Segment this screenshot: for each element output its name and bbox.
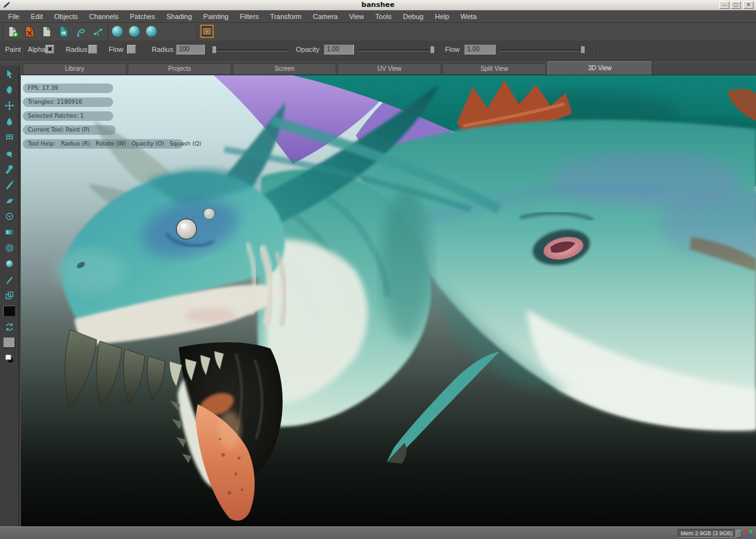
close-button[interactable]: ✕ [743,1,753,9]
default-colors-icon [4,353,15,364]
paintbar-separator [21,43,23,57]
menu-transform[interactable]: Transform [264,11,307,22]
smear-blob-icon [4,147,15,159]
memory-usage-field: Mem 2.9GB (3.9GB) [678,529,736,538]
tab-3d-view[interactable]: 3D View [547,61,652,75]
flow-checkbox[interactable] [127,45,136,54]
smear-tool-button[interactable] [0,145,18,161]
brush-preset-1-button[interactable] [112,26,123,37]
brush-preset-2-button[interactable] [129,26,140,37]
close-project-button[interactable] [23,25,37,39]
tab-projects[interactable]: Projects [128,63,231,74]
menu-camera[interactable]: Camera [307,11,343,22]
projection-toggle-button[interactable] [200,25,214,38]
menu-shading[interactable]: Shading [161,11,197,22]
hud-triangles: Triangles: 2180916 [23,97,113,107]
toolbar-grip [2,25,3,38]
application-window: banshee — ▢ ✕ File Edit Objects Channels… [0,0,756,539]
gradient-rect-icon [4,226,15,238]
flow-slider-handle[interactable] [580,46,585,54]
menu-view[interactable]: View [343,11,370,22]
tab-uv-view[interactable]: UV View [338,63,441,74]
graph-tool-icon [92,25,104,38]
menu-file[interactable]: File [3,11,25,22]
background-color-swatch[interactable] [3,337,15,348]
select-tool-button[interactable] [0,66,18,82]
hud-selected-patches: Selected Patches: 1 [23,111,113,121]
menu-painting[interactable]: Painting [198,11,235,22]
pin-tool-button[interactable] [0,161,18,177]
rings-tool-button[interactable] [0,240,18,256]
new-project-icon [6,25,19,38]
paint-stroke-tool-button[interactable] [0,177,18,192]
projection-icon [202,27,212,36]
active-tool-label: Paint [5,46,21,53]
slice-tool-button[interactable] [0,271,18,287]
flow-slider[interactable] [501,49,585,51]
menu-channels[interactable]: Channels [83,11,124,22]
tool-sidebar [0,66,20,526]
toolbar-separator [107,25,109,38]
radius-input[interactable]: 100 [176,44,205,54]
menu-tools[interactable]: Tools [370,11,398,22]
swap-colors-button[interactable] [0,319,18,335]
path-tool-icon [75,25,87,38]
concentric-rings-icon [4,242,15,254]
sphere-tool-button[interactable] [0,256,18,271]
pan-tool-button[interactable] [0,82,18,97]
save-project-button[interactable] [40,25,54,39]
foreground-color-swatch[interactable] [3,306,15,316]
tab-split-view[interactable]: Split View [442,63,546,74]
rgb-channels-icon[interactable] [744,529,753,538]
status-bar: Mem 2.9GB (3.9GB) [0,526,756,539]
brush-preset-3-button[interactable] [146,26,157,37]
menu-filters[interactable]: Filters [234,11,264,22]
new-project-button[interactable] [6,25,20,39]
export-button[interactable] [57,25,71,39]
radius-label: Radius [152,46,173,53]
default-colors-button[interactable] [0,350,18,366]
graph-tool-button[interactable] [91,25,105,39]
menu-bar: File Edit Objects Channels Patches Shadi… [0,10,756,23]
paint-property-bar: Paint Alpha ✖ Radius Flow Radius 100 Opa… [0,40,756,60]
swap-arrows-icon [4,321,15,333]
menu-patches[interactable]: Patches [124,11,161,22]
menu-debug[interactable]: Debug [398,11,429,22]
warp-grid-icon [4,132,15,143]
path-tool-button[interactable] [74,25,88,39]
viewport-3d[interactable]: FPS: 17.39 Triangles: 2180916 Selected P… [21,75,756,527]
save-project-icon [40,25,53,38]
move-arrows-icon [4,100,15,111]
tab-library[interactable]: Library [23,63,126,74]
title-bar: banshee — ▢ ✕ [0,0,756,11]
window-title: banshee [0,1,756,9]
move-tool-button[interactable] [0,97,18,113]
menu-objects[interactable]: Objects [49,11,83,22]
flow-toggle-label: Flow [109,46,123,53]
radius-slider-handle[interactable] [212,46,217,54]
drop-tool-button[interactable] [0,113,18,129]
copy-tool-button[interactable] [0,287,18,303]
radius-slider[interactable] [210,49,289,51]
opacity-label: Opacity [296,46,319,53]
menu-edit[interactable]: Edit [25,11,49,22]
status-toggle-button[interactable] [736,530,742,538]
export-icon [58,25,70,38]
eraser-tool-button[interactable] [0,192,18,208]
opacity-input[interactable]: 1.00 [324,44,354,54]
opacity-slider-handle[interactable] [430,46,435,54]
clone-circle-icon [4,211,15,222]
menu-help[interactable]: Help [429,11,455,22]
alpha-checkbox[interactable]: ✖ [46,45,54,54]
gradient-tool-button[interactable] [0,224,18,240]
flow-input[interactable]: 1.00 [464,44,496,54]
clone-tool-button[interactable] [0,208,18,224]
warp-grid-tool-button[interactable] [0,129,18,145]
tab-screen[interactable]: Screen [233,63,336,74]
maximize-button[interactable]: ▢ [731,1,741,9]
radius-checkbox[interactable] [88,45,97,54]
close-project-icon [23,25,36,38]
minimize-button[interactable]: — [719,1,729,9]
menu-weta[interactable]: Weta [455,11,482,22]
opacity-slider[interactable] [358,49,435,51]
